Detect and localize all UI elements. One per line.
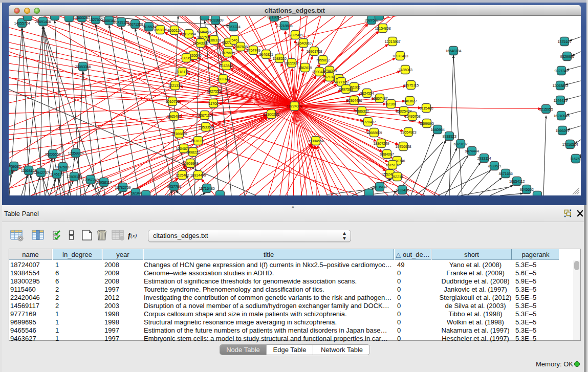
svg-text:7955812: 7955812 xyxy=(316,58,330,62)
svg-text:12942737: 12942737 xyxy=(33,170,49,175)
svg-text:18724007: 18724007 xyxy=(287,104,302,108)
svg-text:1615132: 1615132 xyxy=(385,163,399,167)
svg-text:8186328: 8186328 xyxy=(207,38,221,42)
svg-text:546: 546 xyxy=(231,38,237,42)
svg-text:116753: 116753 xyxy=(570,157,581,161)
svg-text:16210943: 16210943 xyxy=(554,114,570,118)
svg-text:7357224: 7357224 xyxy=(226,25,240,29)
svg-text:16154808: 16154808 xyxy=(375,26,391,31)
svg-text:1733426: 1733426 xyxy=(395,188,409,192)
svg-text:1145193: 1145193 xyxy=(50,172,64,177)
svg-text:1498222: 1498222 xyxy=(186,150,200,155)
svg-text:18640910: 18640910 xyxy=(296,41,312,46)
svg-text:8938923: 8938923 xyxy=(442,134,456,139)
svg-text:8813054: 8813054 xyxy=(267,16,281,19)
svg-text:1327602: 1327602 xyxy=(89,17,102,22)
svg-text:1588520: 1588520 xyxy=(272,56,286,61)
svg-text:19654923: 19654923 xyxy=(401,130,417,135)
svg-text:6379197: 6379197 xyxy=(453,142,467,146)
svg-text:12093872: 12093872 xyxy=(553,83,569,88)
svg-text:2367608: 2367608 xyxy=(233,45,247,49)
svg-text:3624554: 3624554 xyxy=(360,91,374,96)
svg-text:18300295: 18300295 xyxy=(264,112,279,117)
svg-text:12505135: 12505135 xyxy=(67,174,82,179)
svg-text:9896: 9896 xyxy=(182,56,190,60)
svg-text:1362615: 1362615 xyxy=(298,65,312,70)
svg-text:3215955: 3215955 xyxy=(539,107,553,112)
svg-text:1010755: 1010755 xyxy=(165,99,179,104)
svg-text:1353356: 1353356 xyxy=(199,125,212,129)
svg-text:16961758: 16961758 xyxy=(307,49,322,54)
svg-text:9227342: 9227342 xyxy=(554,69,568,73)
svg-text:7386322: 7386322 xyxy=(355,109,368,114)
svg-text:9084067: 9084067 xyxy=(380,152,394,157)
svg-text:17016504: 17016504 xyxy=(562,142,578,147)
svg-text:16782759: 16782759 xyxy=(115,185,131,190)
svg-text:2718176: 2718176 xyxy=(175,70,189,74)
svg-text:15716485: 15716485 xyxy=(199,186,215,191)
svg-text:1244419: 1244419 xyxy=(553,98,567,103)
svg-text:1803144: 1803144 xyxy=(216,77,230,81)
svg-text:12975115: 12975115 xyxy=(403,83,419,87)
svg-text:(x): (x) xyxy=(130,232,137,239)
svg-text:10653287: 10653287 xyxy=(74,16,90,20)
svg-text:252214: 252214 xyxy=(391,174,403,179)
svg-text:3915971: 3915971 xyxy=(9,169,14,173)
svg-text:10807487: 10807487 xyxy=(372,96,388,101)
svg-text:9146821: 9146821 xyxy=(259,52,273,57)
svg-text:1569297: 1569297 xyxy=(555,128,569,133)
svg-text:13325419: 13325419 xyxy=(288,33,303,37)
svg-text:20206556: 20206556 xyxy=(45,152,61,157)
svg-text:3267110: 3267110 xyxy=(198,113,212,118)
svg-text:3875685: 3875685 xyxy=(221,51,234,55)
svg-text:9457791: 9457791 xyxy=(167,184,181,189)
svg-text:1221331: 1221331 xyxy=(168,83,182,88)
svg-text:7625402: 7625402 xyxy=(175,173,189,178)
svg-text:19384554: 19384554 xyxy=(308,139,324,143)
svg-text:8878312: 8878312 xyxy=(191,139,205,143)
svg-text:7485063: 7485063 xyxy=(398,68,412,72)
svg-text:8660124: 8660124 xyxy=(167,28,181,33)
svg-text:12218506: 12218506 xyxy=(277,24,293,28)
svg-text:7663822: 7663822 xyxy=(153,28,167,32)
svg-text:9245652: 9245652 xyxy=(519,187,533,192)
svg-text:10975887: 10975887 xyxy=(55,165,71,169)
svg-text:14055724: 14055724 xyxy=(14,21,30,26)
svg-text:14136141: 14136141 xyxy=(372,185,388,189)
svg-text:16914479: 16914479 xyxy=(190,173,206,178)
svg-text:9242848: 9242848 xyxy=(219,63,233,68)
svg-text:15909948: 15909948 xyxy=(183,161,199,166)
svg-text:15720407: 15720407 xyxy=(360,120,376,124)
svg-text:15495758: 15495758 xyxy=(405,114,421,119)
svg-text:1375107: 1375107 xyxy=(557,39,571,44)
svg-text:6497508: 6497508 xyxy=(339,87,353,92)
svg-text:1965496: 1965496 xyxy=(167,114,181,119)
svg-text:20364436: 20364436 xyxy=(346,98,362,103)
svg-text:12213967: 12213967 xyxy=(385,39,401,44)
svg-text:10671358: 10671358 xyxy=(127,22,143,27)
svg-text:10688609: 10688609 xyxy=(366,130,382,135)
svg-text:2933114: 2933114 xyxy=(477,156,491,161)
svg-text:17359924: 17359924 xyxy=(68,151,84,156)
svg-text:6899695: 6899695 xyxy=(420,121,433,126)
svg-text:9777169: 9777169 xyxy=(334,80,348,84)
svg-text:16033809: 16033809 xyxy=(208,18,224,23)
svg-text:9463627: 9463627 xyxy=(403,99,417,103)
svg-text:20053346: 20053346 xyxy=(75,64,91,69)
svg-text:10973493: 10973493 xyxy=(393,54,408,58)
svg-text:16648784: 16648784 xyxy=(446,49,462,53)
svg-text:16543382: 16543382 xyxy=(193,41,209,46)
svg-text:10958117: 10958117 xyxy=(96,180,112,185)
svg-text:19166825: 19166825 xyxy=(171,132,187,136)
svg-text:9427552: 9427552 xyxy=(207,89,221,94)
svg-text:11700: 11700 xyxy=(209,101,219,106)
svg-text:9474444: 9474444 xyxy=(465,149,478,154)
svg-text:8471636: 8471636 xyxy=(498,171,512,176)
svg-text:8912954: 8912954 xyxy=(182,32,195,36)
svg-text:9329906: 9329906 xyxy=(560,54,574,59)
svg-text:9115460: 9115460 xyxy=(420,106,433,111)
svg-text:1640954: 1640954 xyxy=(430,127,444,132)
svg-text:10654112: 10654112 xyxy=(509,179,525,184)
svg-text:18807249: 18807249 xyxy=(374,141,389,146)
svg-text:62160: 62160 xyxy=(386,102,396,106)
